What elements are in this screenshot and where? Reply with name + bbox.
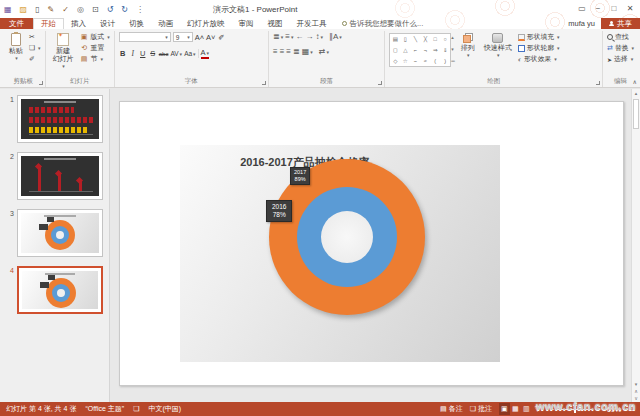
format-painter-button[interactable]: ✐ (29, 54, 41, 64)
numbering-button[interactable]: ≡ (285, 32, 293, 41)
tab-design[interactable]: 设计 (93, 18, 122, 29)
drawing-dialog-launcher[interactable] (596, 81, 600, 85)
reset-button[interactable]: ⟲重置 (80, 43, 110, 53)
shapes-gallery[interactable]: ▤▯╲╳□○ ◻△⌐¬⇒⇓ ◇☆~≈() (389, 33, 451, 67)
save-icon[interactable]: ▦ (4, 5, 12, 14)
undo-icon[interactable]: ↺ (107, 5, 114, 14)
line-spacing-button[interactable]: ↕ (315, 32, 323, 41)
slide-sorter-view-button[interactable]: ▦ (510, 403, 521, 415)
bullets-button[interactable]: ≣ (273, 32, 283, 41)
arrange-button[interactable]: 排列 (458, 32, 478, 75)
data-label-2017[interactable]: 2017 89% (290, 167, 310, 185)
tab-view[interactable]: 视图 (261, 18, 290, 29)
language-indicator[interactable]: 中文(中国) (148, 404, 181, 414)
align-left-button[interactable]: ≡ (273, 47, 278, 56)
account-edit-icon[interactable]: ✎ (48, 5, 55, 14)
comments-button[interactable]: ❏ 批注 (470, 404, 492, 414)
align-center-button[interactable]: ≡ (280, 47, 285, 56)
font-dialog-launcher[interactable] (262, 81, 266, 85)
slide-thumbnail-3[interactable] (17, 209, 103, 257)
tab-developer[interactable]: 开发工具 (290, 18, 334, 29)
decrease-indent-button[interactable]: ← (295, 32, 303, 41)
window-title: 演示文稿1 - PowerPoint (213, 4, 297, 15)
print-preview-icon[interactable]: ◎ (77, 5, 84, 14)
convert-smartart-button[interactable]: ⇄ (319, 47, 329, 56)
bold-button[interactable]: B (119, 49, 127, 58)
ribbon-display-options-icon[interactable]: ▭ (574, 0, 590, 16)
shape-fill-button[interactable]: 形状填充 (518, 32, 560, 42)
align-right-button[interactable]: ≡ (286, 47, 291, 56)
customize-qat-icon[interactable]: ⋮ (136, 5, 144, 14)
justify-button[interactable]: ≣ (293, 47, 300, 56)
new-slide-button[interactable]: 新建幻灯片 (50, 32, 77, 75)
cut-button[interactable]: ✂ (29, 32, 41, 42)
tell-me-box[interactable]: 告诉我您想要做什么... (342, 18, 424, 29)
text-direction-button[interactable]: ∥A (329, 32, 342, 41)
character-spacing-button[interactable]: AV (170, 50, 182, 57)
group-drawing: ▤▯╲╳□○ ◻△⌐¬⇒⇓ ◇☆~≈() ▴▾═ 排列 快速样式 形状填充 形状… (384, 31, 602, 87)
strikethrough-button[interactable]: S (149, 49, 157, 58)
shape-outline-button[interactable]: 形状轮廓 (518, 43, 560, 53)
tab-review[interactable]: 审阅 (232, 18, 261, 29)
tab-home[interactable]: 开始 (33, 18, 64, 29)
copy-button[interactable]: ❏ (29, 43, 41, 53)
tab-slideshow[interactable]: 幻灯片放映 (180, 18, 232, 29)
previous-slide-button[interactable]: ∧ (634, 388, 638, 394)
slideshow-icon[interactable]: ⊡ (92, 5, 99, 14)
increase-indent-button[interactable]: → (305, 32, 313, 41)
shape-effects-button[interactable]: ◐形状效果 (518, 54, 560, 64)
open-icon[interactable]: ▨ (20, 5, 28, 14)
shapes-gallery-scroll[interactable]: ▴▾═ (451, 32, 455, 66)
section-button[interactable]: ▤节 (80, 54, 110, 64)
slide-editing-area: 2016-2017产品抽检合格率 2017 89% 2016 78% ▴ (110, 89, 640, 402)
columns-button[interactable]: ▦ (302, 47, 313, 56)
tab-file[interactable]: 文件 (0, 18, 33, 29)
minimize-button[interactable]: − (590, 0, 606, 16)
font-color-button[interactable]: A (201, 48, 210, 59)
data-label-2016[interactable]: 2016 78% (266, 200, 292, 222)
scroll-down-icon[interactable]: ▾ (635, 381, 638, 387)
clipboard-dialog-launcher[interactable] (39, 81, 43, 85)
paste-button[interactable]: 粘贴 (6, 32, 26, 75)
proofing-icon[interactable]: ✓ (62, 5, 69, 14)
scrollbar-thumb[interactable] (633, 99, 639, 129)
italic-button[interactable]: I (129, 49, 137, 58)
scroll-up-icon[interactable]: ▴ (632, 90, 640, 96)
underline-button[interactable]: U (139, 49, 147, 58)
notes-button[interactable]: ▤ 备注 (440, 404, 463, 414)
font-name-combo[interactable] (119, 32, 171, 42)
text-shadow-button[interactable]: abc (159, 51, 169, 57)
accessibility-icon[interactable]: ❏ (133, 405, 139, 413)
slide-thumbnail-4[interactable] (17, 266, 103, 314)
change-case-button[interactable]: Aa (184, 50, 195, 57)
collapse-ribbon-button[interactable]: ∧ (633, 78, 637, 85)
layout-button[interactable]: ▣版式 (80, 32, 110, 42)
vertical-scrollbar[interactable]: ▴ ▾ ∧ ∨ (631, 89, 640, 402)
doughnut-chart-object[interactable]: 2016-2017产品抽检合格率 2017 89% 2016 78% (180, 145, 500, 362)
thumbnail-row-2: 2 (2, 152, 105, 200)
tab-animations[interactable]: 动画 (151, 18, 180, 29)
font-size-combo[interactable]: 9 (173, 32, 193, 42)
slide-canvas[interactable]: 2016-2017产品抽检合格率 2017 89% 2016 78% (119, 101, 624, 386)
paragraph-dialog-launcher[interactable] (378, 81, 382, 85)
find-button[interactable]: 查找 (607, 32, 634, 42)
clear-formatting-button[interactable]: ✐ (218, 33, 226, 42)
slide-thumbnail-2[interactable] (17, 152, 103, 200)
tab-insert[interactable]: 插入 (64, 18, 93, 29)
slide-thumbnail-1[interactable] (17, 95, 103, 143)
signed-in-user[interactable]: mufa yu (568, 18, 595, 29)
replace-button[interactable]: ⇄替换 (607, 43, 634, 53)
reading-view-button[interactable]: ▥ (521, 403, 532, 415)
new-document-icon[interactable]: ▯ (35, 5, 39, 14)
redo-icon[interactable]: ↻ (121, 5, 128, 14)
quick-styles-button[interactable]: 快速样式 (481, 32, 515, 75)
donut-inner-ring[interactable] (297, 187, 397, 287)
share-button[interactable]: 共享 (601, 18, 640, 29)
decrease-font-button[interactable]: A˅ (206, 33, 215, 42)
close-button[interactable]: ✕ (622, 0, 638, 16)
normal-view-button[interactable]: ▣ (499, 403, 510, 415)
increase-font-button[interactable]: A˄ (195, 33, 204, 42)
tab-transitions[interactable]: 切换 (122, 18, 151, 29)
select-button[interactable]: ➤选择 (607, 54, 634, 64)
maximize-button[interactable]: □ (606, 0, 622, 16)
